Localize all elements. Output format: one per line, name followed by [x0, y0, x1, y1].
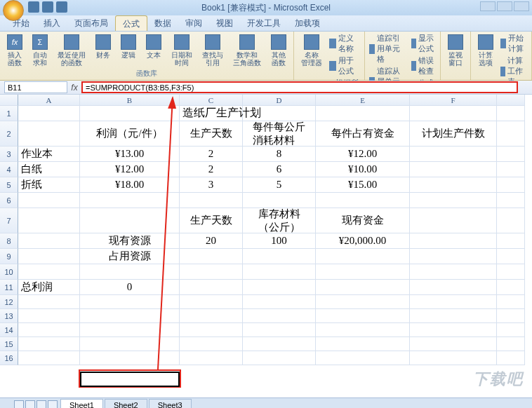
formula-input[interactable]: =SUMPRODUCT(B3:B5,F3:F5) [81, 81, 518, 93]
calc-now-button[interactable]: 开始计算 [500, 33, 527, 54]
cell[interactable] [18, 106, 80, 121]
datetime-button[interactable]: 日期和 时间 [168, 33, 195, 68]
fx-icon[interactable]: fx [67, 83, 81, 93]
cell[interactable] [243, 106, 316, 121]
cell[interactable] [180, 351, 243, 365]
cell[interactable] [243, 280, 316, 295]
row-5[interactable]: 5 [0, 177, 18, 193]
cell[interactable]: 每件每公斤 消耗材料 [243, 121, 316, 147]
cell[interactable] [497, 193, 525, 208]
cell[interactable] [410, 351, 497, 365]
cell[interactable] [497, 309, 525, 323]
row-12[interactable]: 12 [0, 295, 18, 309]
cell[interactable] [316, 351, 410, 365]
maximize-button[interactable] [497, 1, 512, 11]
cell[interactable]: 生产天数 [180, 208, 243, 233]
minimize-button[interactable] [480, 1, 496, 11]
cell[interactable] [316, 309, 410, 323]
tab-nav-prev[interactable] [25, 400, 35, 409]
cell[interactable] [410, 177, 497, 193]
office-button[interactable] [3, 0, 24, 21]
cell[interactable] [497, 208, 525, 233]
col-E[interactable]: E [316, 95, 410, 106]
cell[interactable]: 8 [243, 147, 316, 162]
cell[interactable] [80, 264, 180, 280]
cell[interactable]: 6 [243, 162, 316, 177]
cell[interactable] [497, 351, 525, 365]
cell[interactable] [18, 309, 80, 323]
cell[interactable] [316, 280, 410, 295]
calc-options-button[interactable]: 计算选项 [475, 33, 496, 68]
cell[interactable] [18, 249, 80, 264]
col-B[interactable]: B [80, 95, 180, 106]
cell[interactable]: ¥13.00 [80, 147, 180, 162]
name-manager-button[interactable]: 名称 管理器 [298, 33, 325, 68]
math-button[interactable]: 数学和 三角函数 [230, 33, 264, 68]
cell[interactable]: 2 [180, 162, 243, 177]
cell[interactable]: 作业本 [18, 147, 80, 162]
cell[interactable] [180, 337, 243, 351]
tab-nav-first[interactable] [14, 400, 24, 409]
trace-precedents-button[interactable]: 追踪引用单元格 [369, 33, 407, 64]
sheet-tab-2[interactable]: Sheet2 [105, 399, 147, 408]
tab-data[interactable]: 数据 [147, 15, 178, 31]
cell[interactable] [497, 162, 525, 177]
cell[interactable] [180, 193, 243, 208]
recent-functions-button[interactable]: 最近使用 的函数 [55, 33, 88, 68]
cell[interactable]: 造纸厂生产计划 [180, 106, 243, 121]
cell[interactable] [497, 233, 525, 249]
finance-button[interactable]: 财务 [93, 33, 114, 60]
cell[interactable] [180, 264, 243, 280]
cell[interactable] [497, 264, 525, 280]
other-functions-button[interactable]: 其他函数 [268, 33, 289, 68]
cell[interactable] [410, 106, 497, 121]
cell[interactable]: 现有资源 [80, 233, 180, 249]
cell[interactable]: 5 [243, 177, 316, 193]
cell[interactable] [18, 323, 80, 337]
cell[interactable] [80, 193, 180, 208]
cell[interactable]: 利润（元/件） [80, 121, 180, 147]
cell[interactable] [180, 309, 243, 323]
cell[interactable] [80, 309, 180, 323]
col-F[interactable]: F [410, 95, 497, 106]
cell[interactable] [410, 147, 497, 162]
col-C[interactable]: C [180, 95, 243, 106]
cell[interactable] [18, 295, 80, 309]
row-14[interactable]: 14 [0, 323, 18, 337]
cell[interactable] [316, 264, 410, 280]
cell[interactable] [497, 323, 525, 337]
cell[interactable] [410, 264, 497, 280]
cell[interactable]: ¥15.00 [316, 177, 410, 193]
cell[interactable] [410, 233, 497, 249]
cell[interactable] [243, 337, 316, 351]
row-9[interactable]: 9 [0, 249, 18, 264]
row-3[interactable]: 3 [0, 147, 18, 162]
cell[interactable]: ¥10.00 [316, 162, 410, 177]
cell[interactable] [497, 147, 525, 162]
cell[interactable] [80, 351, 180, 365]
cell[interactable] [18, 121, 80, 147]
cell[interactable] [497, 106, 525, 121]
cell[interactable] [243, 323, 316, 337]
cell[interactable] [18, 264, 80, 280]
cell[interactable] [80, 323, 180, 337]
cell[interactable] [316, 193, 410, 208]
autosum-button[interactable]: Σ自动求和 [29, 33, 51, 68]
cell[interactable] [243, 264, 316, 280]
cell[interactable] [80, 295, 180, 309]
watch-window-button[interactable]: 监视窗口 [445, 33, 466, 68]
col-D[interactable]: D [243, 95, 316, 106]
error-check-button[interactable]: 错误检查 [411, 55, 436, 76]
insert-function-button[interactable]: fx插入函数 [4, 33, 25, 68]
cell[interactable] [410, 162, 497, 177]
cell[interactable] [410, 193, 497, 208]
cell[interactable]: 20 [180, 233, 243, 249]
cell[interactable] [316, 249, 410, 264]
cell[interactable] [497, 280, 525, 295]
col-A[interactable]: A [18, 95, 80, 106]
cell[interactable] [497, 337, 525, 351]
cell[interactable] [410, 337, 497, 351]
close-button[interactable] [514, 1, 529, 11]
cell[interactable]: 折纸 [18, 177, 80, 193]
cell[interactable] [18, 193, 80, 208]
